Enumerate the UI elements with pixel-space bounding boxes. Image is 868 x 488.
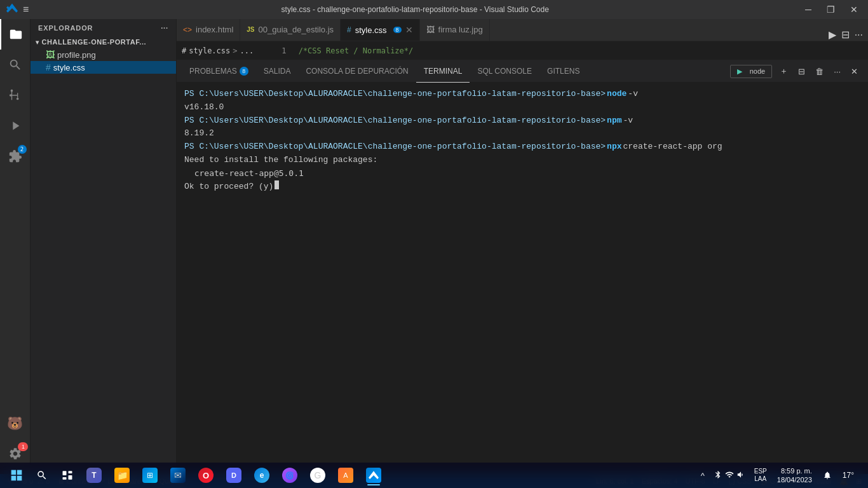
terminal-label: TERMINAL [424,67,463,76]
title-bar: ≡ style.css - challenge-one-portafolio-l… [0,0,868,19]
tab-actions: ▶ ⊟ ··· [824,29,868,41]
terminal-line-3: PS C:\Users\USER\Desktop\ALURAORACLE\cha… [184,114,860,128]
chevron-icon: ▾ [36,39,39,46]
title-bar-left: ≡ [6,3,29,17]
svg-rect-3 [17,476,22,481]
activity-bear[interactable]: 🐻 [0,408,31,438]
problems-badge: 8 [240,67,248,76]
sidebar: EXPLORADOR ··· ▾ CHALLENGE-ONE-PORTAF...… [31,19,177,474]
debug-label: CONSOLA DE DEPURACIÓN [306,67,408,76]
bluetooth-icon[interactable] [714,470,722,481]
tab-unsaved-badge: 8 [393,27,402,33]
weather-widget[interactable]: 17° [839,471,858,480]
panel-close-icon[interactable]: ✕ [848,65,860,78]
problems-label: PROBLEMAS [189,67,237,76]
activity-search[interactable] [0,50,31,80]
breadcrumb-preview: ... [240,46,254,55]
tab-firma-luz[interactable]: 🖼 firma luz.jpg [420,19,490,41]
notification-button[interactable] [820,464,835,487]
file-profile[interactable]: 🖼 profile.png [31,48,176,61]
vscode-taskbar-icon [366,468,381,483]
panel-tab-gitlens[interactable]: GITLENS [539,60,587,83]
panel-tab-terminal[interactable]: TERMINAL [416,60,470,83]
restore-button[interactable]: ❐ [823,3,839,16]
terminal-out-need: Need to install the following packages: [184,154,377,167]
new-terminal-icon[interactable]: ＋ [777,64,790,78]
taskbar-app-browser2[interactable]: 🌀 [277,464,302,487]
svg-rect-2 [11,476,17,481]
volume-icon[interactable] [736,470,745,481]
taskbar-right: ^ ESPLAA 8:59 p. m. 18/04/2023 [693,464,863,487]
panel-tab-problems[interactable]: PROBLEMAS 8 [182,60,256,83]
temperature: 17° [843,471,854,480]
clock[interactable]: 8:59 p. m. 18/04/2023 [773,466,816,485]
taskbar-app-mail[interactable]: ✉ [165,464,191,487]
tabs-bar: <> index.html JS 00_guia_de_estilo.js # … [177,19,868,41]
tab-style-css[interactable]: # style.css 8 ✕ [341,19,420,41]
main-layout: 2 🐻 1 1 EXPLORADOR ··· ▾ CHALLENGE-ONE-P… [0,19,868,474]
tab-style-css-label: style.css [355,25,387,35]
sys-tray-icons [711,470,748,481]
title-bar-controls: ─ ❐ ✕ [801,3,862,16]
activity-git[interactable] [0,80,31,111]
tab-css-icon: # [347,25,351,34]
panel-more-icon[interactable]: ··· [831,65,843,78]
taskbar-app-explorer[interactable]: 📁 [109,464,135,487]
terminal-line-8: Ok to proceed? (y) [184,180,860,194]
svg-rect-7 [69,475,72,480]
trash-icon[interactable]: 🗑 [813,65,826,78]
time-display: 8:59 p. m. [777,466,812,475]
taskbar-app-edge[interactable]: e [249,464,275,487]
tab-html-icon: <> [183,25,192,34]
activity-run[interactable] [0,111,31,141]
output-label: SALIDA [264,67,291,76]
extensions-badge: 2 [18,145,27,154]
wifi-icon[interactable] [725,470,734,481]
terminal-args-3: create-react-app org [623,140,722,154]
taskbar-app-vscode[interactable] [361,464,386,487]
sidebar-title: EXPLORADOR [38,24,93,32]
project-root[interactable]: ▾ CHALLENGE-ONE-PORTAF... [31,36,176,48]
split-editor-icon[interactable]: ⊟ [841,29,850,41]
taskbar-app-unknown[interactable]: A [333,464,358,487]
run-icon[interactable]: ▶ [829,29,836,41]
close-button[interactable]: ✕ [846,3,862,16]
breadcrumb-sep: > [233,46,237,55]
taskview-button[interactable] [56,464,79,487]
panel-tab-output[interactable]: SALIDA [256,60,299,83]
activity-extensions[interactable]: 2 [0,141,31,172]
activity-explorer[interactable] [0,19,31,50]
tab-index-html[interactable]: <> index.html [177,19,240,41]
tab-guia-estilo[interactable]: JS 00_guia_de_estilo.js [240,19,341,41]
taskbar-app-store[interactable]: ⊞ [137,464,163,487]
taskbar-app-teams[interactable]: T [81,464,107,487]
tab-close-style[interactable]: ✕ [405,25,413,35]
terminal-content[interactable]: PS C:\Users\USER\Desktop\ALURAORACLE\cha… [177,83,868,474]
panel-tab-debug[interactable]: CONSOLA DE DEPURACIÓN [298,60,416,83]
taskbar-app-opera[interactable]: O [193,464,219,487]
terminal-line-4: 8.19.2 [184,127,860,140]
hamburger-menu[interactable]: ≡ [23,4,29,15]
taskbar-search[interactable] [31,464,53,487]
start-button[interactable] [5,464,28,487]
file-css-icon: # [46,62,51,72]
sys-tray-chevron[interactable]: ^ [698,471,707,480]
taskbar: T 📁 ⊞ ✉ O D e 🌀 G A ^ [0,463,868,488]
terminal-name-badge[interactable]: ▶ node [730,65,772,78]
minimize-button[interactable]: ─ [801,3,815,16]
split-terminal-icon[interactable]: ⊟ [796,65,808,78]
panel-tab-sql[interactable]: SQL CONSOLE [470,60,539,83]
file-style[interactable]: # style.css [31,61,176,74]
date-display: 18/04/2023 [777,475,812,484]
sidebar-header: EXPLORADOR ··· [31,19,176,34]
run-icon-small: ▶ [735,66,745,77]
svg-rect-0 [11,470,17,475]
tab-more-icon[interactable]: ··· [855,29,863,41]
taskbar-app-discord[interactable]: D [221,464,247,487]
language-indicator[interactable]: ESPLAA [752,468,770,483]
terminal-line-2: v16.18.0 [184,101,860,114]
sql-label: SQL CONSOLE [477,67,532,76]
gitlens-label: GITLENS [547,67,580,76]
sidebar-more-icon[interactable]: ··· [161,24,168,32]
taskbar-app-chrome[interactable]: G [305,464,330,487]
